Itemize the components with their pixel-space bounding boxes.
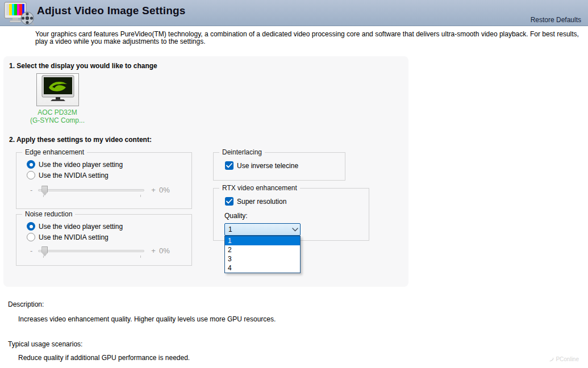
video-settings-icon: [4, 2, 35, 26]
quality-option[interactable]: 2: [225, 245, 300, 254]
edge-slider-value: 0%: [159, 186, 170, 194]
chevron-down-icon: [290, 228, 300, 232]
inverse-telecine-row[interactable]: Use inverse telecine: [225, 161, 298, 170]
noise-reduction-group: Noise reduction Use the video player set…: [16, 214, 192, 266]
page-header: Adjust Video Image Settings: [0, 0, 588, 26]
watermark-text: PConline: [556, 356, 579, 362]
description-label: Description:: [8, 300, 44, 308]
display-name-label: AOC PD32M (G-SYNC Comp...: [15, 108, 100, 124]
radio-unselected-icon[interactable]: [27, 171, 35, 179]
rtx-title: RTX video enhancement: [219, 184, 300, 192]
noise-radio-nvidia-label: Use the NVIDIA setting: [39, 233, 109, 241]
super-resolution-row[interactable]: Super resolution: [225, 197, 286, 206]
section1-title: 1. Select the display you would like to …: [9, 62, 157, 70]
edge-enhancement-group: Edge enhancement Use the video player se…: [16, 152, 192, 209]
noise-radio-nvidia-row[interactable]: Use the NVIDIA setting: [27, 233, 109, 241]
quality-label: Quality:: [224, 212, 248, 220]
deinterlacing-title: Deinterlacing: [219, 148, 265, 156]
usage-scenarios-text: Reduce quality if additional GPU perform…: [18, 354, 190, 362]
noise-slider-minus: -: [30, 246, 32, 255]
edge-slider-minus: -: [30, 186, 32, 194]
edge-radio-nvidia-row[interactable]: Use the NVIDIA setting: [27, 171, 109, 179]
edge-radio-nvidia-label: Use the NVIDIA setting: [39, 172, 109, 179]
checkbox-checked-icon[interactable]: [225, 197, 233, 206]
section2-title: 2. Apply these settings to my video cont…: [9, 136, 152, 144]
pconline-watermark: PConline: [549, 356, 579, 362]
slider-tick: [140, 256, 141, 258]
quality-option[interactable]: 1: [225, 236, 300, 245]
slider-tick: [43, 256, 44, 258]
quality-selected-value: 1: [225, 225, 290, 233]
edge-radio-player-label: Use the video player setting: [39, 161, 123, 169]
quality-combobox[interactable]: 1: [224, 223, 301, 236]
edge-enhancement-title: Edge enhancement: [22, 148, 87, 156]
radio-unselected-icon[interactable]: [27, 233, 35, 241]
radio-selected-icon[interactable]: [27, 222, 35, 231]
edge-slider-track[interactable]: [38, 189, 144, 191]
super-resolution-label: Super resolution: [237, 198, 286, 206]
slider-tick: [43, 195, 44, 197]
edge-slider-thumb[interactable]: [41, 186, 48, 196]
description-text: Increases video enhancement quality. Hig…: [18, 315, 276, 323]
noise-reduction-title: Noise reduction: [22, 210, 75, 218]
noise-slider-plus: +: [151, 246, 156, 255]
adjust-video-image-settings-page: Adjust Video Image Settings Restore Defa…: [0, 0, 588, 368]
noise-slider-value: 0%: [159, 246, 170, 255]
watermark-swoosh-icon: [549, 357, 554, 362]
page-title: Adjust Video Image Settings: [37, 5, 186, 17]
slider-tick: [140, 195, 141, 197]
checkbox-checked-icon[interactable]: [225, 161, 233, 170]
display-selector-tile[interactable]: [36, 73, 79, 106]
usage-scenarios-label: Typical usage scenarios:: [8, 340, 82, 348]
noise-slider-track[interactable]: [38, 250, 144, 252]
noise-slider-thumb[interactable]: [41, 246, 48, 257]
display-monitor-icon: [41, 75, 75, 104]
edge-radio-player-row[interactable]: Use the video player setting: [27, 160, 123, 169]
edge-slider[interactable]: - + 0%: [30, 186, 170, 194]
display-name-line1: AOC PD32M: [15, 108, 100, 116]
quality-option[interactable]: 4: [225, 264, 300, 273]
noise-radio-player-label: Use the video player setting: [39, 223, 123, 231]
inverse-telecine-label: Use inverse telecine: [237, 162, 298, 170]
quality-dropdown-list: 1 2 3 4: [224, 236, 301, 273]
radio-selected-icon[interactable]: [27, 160, 35, 169]
intro-text: Your graphics card features PureVideo(TM…: [35, 31, 579, 45]
restore-defaults-button[interactable]: Restore Defaults: [531, 16, 581, 24]
quality-option[interactable]: 3: [225, 254, 300, 264]
deinterlacing-group: Deinterlacing Use inverse telecine: [213, 152, 345, 181]
edge-slider-plus: +: [151, 186, 156, 194]
display-name-line2: (G-SYNC Comp...: [15, 116, 100, 124]
noise-slider[interactable]: - + 0%: [30, 246, 170, 255]
noise-radio-player-row[interactable]: Use the video player setting: [27, 222, 123, 231]
